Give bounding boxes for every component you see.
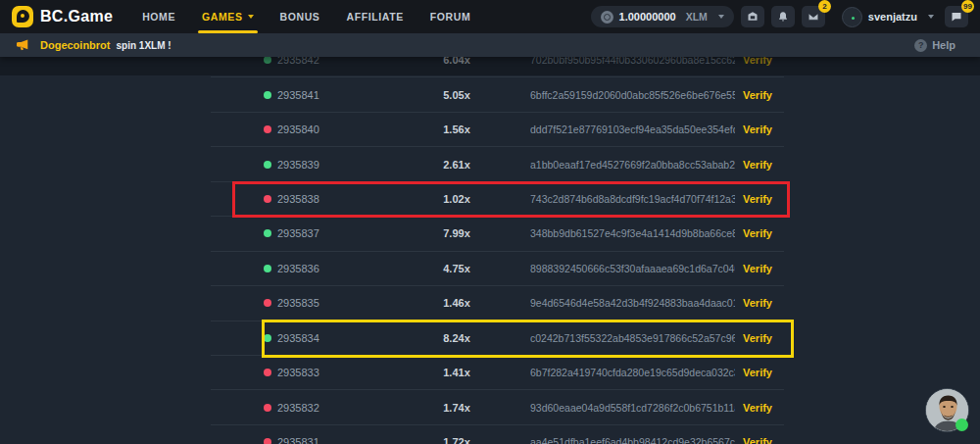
megaphone-icon: [17, 39, 30, 51]
multiplier: 1.02x: [412, 193, 502, 205]
nav-forum[interactable]: FORUM: [430, 0, 471, 33]
messages-button[interactable]: 2: [802, 6, 825, 27]
chevron-down-icon: [248, 15, 254, 19]
bet-hash: 6bffc2a59159d2060d0abc85f526e6be676e5590…: [530, 89, 735, 101]
help-label: Help: [932, 39, 956, 51]
nav-games-label: GAMES: [202, 11, 243, 23]
bet-hash: ddd7f521e87769103ecf94ea35da50ee354efd1c…: [530, 123, 735, 135]
table-row: 2935835 1.46x 9e4d6546d4e58a42d3b4f92488…: [211, 286, 784, 321]
chevron-down-icon: [928, 15, 934, 19]
vault-icon: [747, 11, 759, 23]
bet-id: 2935833: [277, 367, 319, 378]
nav-games[interactable]: GAMES: [202, 0, 254, 33]
bet-id: 2935842: [277, 57, 319, 66]
multiplier: 6.04x: [412, 57, 502, 66]
result-dot-icon: [264, 57, 271, 64]
result-dot-icon: [264, 91, 271, 99]
balance-amount: 1.00000000: [619, 11, 676, 23]
mail-icon: [808, 11, 819, 23]
bet-id: 2935831: [277, 436, 319, 444]
main-nav: HOME GAMES BONUS AFFILIATE FORUM: [142, 0, 470, 33]
bet-id-cell: 2935838: [264, 193, 411, 205]
verify-link[interactable]: Verify: [743, 89, 772, 101]
support-avatar[interactable]: [925, 388, 969, 432]
help-button[interactable]: ? Help: [914, 39, 956, 52]
bell-icon: [777, 11, 789, 23]
table-row: 2935840 1.56x ddd7f521e87769103ecf94ea35…: [211, 113, 784, 147]
bet-id-cell: 2935842: [264, 57, 411, 66]
multiplier: 5.05x: [412, 89, 502, 101]
nav-bonus[interactable]: BONUS: [280, 0, 320, 33]
verify-link[interactable]: Verify: [743, 436, 772, 444]
question-icon: ?: [914, 39, 927, 52]
verify-link[interactable]: Verify: [743, 297, 772, 309]
online-status-dot: [956, 419, 968, 431]
result-dot-icon: [264, 438, 271, 444]
multiplier: 7.99x: [412, 227, 502, 239]
verify-link[interactable]: Verify: [743, 402, 772, 414]
bet-id-cell: 2935836: [264, 263, 411, 274]
brand-logo[interactable]: BC.Game: [12, 6, 113, 27]
verify-link[interactable]: Verify: [743, 227, 772, 239]
bet-id: 2935834: [277, 332, 319, 344]
balance-currency: XLM: [686, 11, 708, 23]
table-row: 2935837 7.99x 348bb9db61527e4c9f3e4a1414…: [211, 217, 784, 251]
balance-selector[interactable]: 1.00000000 XLM: [591, 6, 734, 27]
result-dot-icon: [264, 265, 271, 272]
mail-badge: 2: [818, 0, 831, 13]
user-avatar-icon: [842, 7, 862, 27]
nav-home[interactable]: HOME: [142, 0, 175, 33]
result-dot-icon: [264, 195, 271, 203]
multiplier: 1.56x: [412, 123, 502, 135]
bet-hash: a1bb0eaaf17ed4527669f2a0bba8cc53abab26c6…: [530, 159, 735, 171]
table-row: 2935831 1.72x aa4e51dfba1eef6ad4bb98412c…: [211, 425, 784, 444]
header-right: 1.00000000 XLM 2 svenjatzu: [591, 6, 968, 27]
bet-id-cell: 2935834: [264, 332, 411, 344]
bet-id-cell: 2935837: [264, 227, 411, 239]
table-row: 2935841 5.05x 6bffc2a59159d2060d0abc85f5…: [211, 77, 784, 112]
notifications-button[interactable]: [771, 6, 795, 27]
bet-id: 2935838: [277, 193, 319, 205]
vault-button[interactable]: [741, 6, 764, 27]
user-menu[interactable]: svenjatzu: [842, 7, 934, 27]
bet-hash: 8988392450666c53f30afaaaea69c1d6a7c0407e…: [530, 263, 735, 274]
table-row: 2935838 1.02x 743c2d874b6d8a8dcdf9fc19ac…: [211, 182, 784, 217]
table-row: 2935833 1.41x 6b7f282a419740cfda280e19c6…: [211, 356, 784, 390]
table-row: 2935834 8.24x c0242b713f55322ab4853e9178…: [211, 321, 784, 356]
chat-icon: [951, 11, 962, 23]
multiplier: 1.41x: [412, 367, 502, 378]
table-row: 2935839 2.61x a1bb0eaaf17ed4527669f2a0bb…: [211, 147, 784, 181]
announcement-title[interactable]: Dogecoinbrot: [40, 39, 111, 51]
verify-link[interactable]: Verify: [743, 123, 772, 135]
bet-hash: aa4e51dfba1eef6ad4bb98412cd9e32b6567c200…: [530, 436, 735, 444]
verify-link[interactable]: Verify: [743, 193, 772, 205]
chat-badge: 99: [961, 0, 974, 13]
bet-id: 2935835: [277, 297, 319, 309]
bet-hash: 743c2d874b6d8a8dcdf9fc19acf4d70f74f12a38…: [530, 193, 735, 205]
nav-affiliate[interactable]: AFFILIATE: [346, 0, 403, 33]
chat-button[interactable]: 99: [945, 6, 968, 27]
main-content: 2935842 6.04x 702b0bf950b95f44f0b3306029…: [0, 57, 980, 444]
bet-id: 2935840: [277, 123, 319, 135]
verify-link[interactable]: Verify: [743, 367, 772, 378]
bcgame-logo-icon: [12, 6, 33, 27]
bet-id: 2935839: [277, 159, 319, 171]
multiplier: 8.24x: [412, 332, 502, 344]
verify-link[interactable]: Verify: [743, 159, 772, 171]
bet-id-cell: 2935831: [264, 436, 411, 444]
multiplier: 1.72x: [412, 436, 502, 444]
verify-link[interactable]: Verify: [743, 57, 772, 66]
bet-hash: 9e4d6546d4e58a42d3b4f924883baa4daac019ce…: [530, 297, 735, 309]
bet-id-cell: 2935833: [264, 367, 411, 378]
table-row: 2935842 6.04x 702b0bf950b95f44f0b3306029…: [211, 57, 784, 77]
result-dot-icon: [264, 299, 271, 307]
bet-id-cell: 2935839: [264, 159, 411, 171]
verify-link[interactable]: Verify: [743, 332, 772, 344]
announcement-bar: Dogecoinbrot spin 1XLM ! ? Help: [0, 33, 980, 57]
verify-link[interactable]: Verify: [743, 263, 772, 274]
top-navbar: BC.Game HOME GAMES BONUS AFFILIATE FORUM…: [0, 0, 980, 33]
bet-id: 2935836: [277, 263, 319, 274]
bet-id: 2935841: [277, 89, 319, 101]
multiplier: 4.75x: [412, 263, 502, 274]
announcement-text: spin 1XLM !: [117, 40, 172, 51]
